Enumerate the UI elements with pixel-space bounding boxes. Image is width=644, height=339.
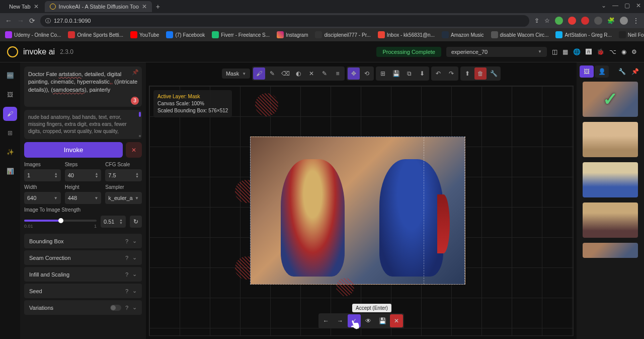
rail-nodes[interactable]: ⊞ xyxy=(3,126,17,140)
gallery-thumbnail[interactable] xyxy=(583,243,638,258)
close-window-icon[interactable]: ✕ xyxy=(636,2,641,9)
gallery-thumbnail-selected[interactable]: ✓ xyxy=(583,82,638,117)
address-bar[interactable]: ⓘ 127.0.0.1:9090 xyxy=(40,15,529,27)
brush-tool-button[interactable]: 🖌 xyxy=(253,67,265,80)
model-selector[interactable]: experience_70 ▼ xyxy=(446,47,547,57)
invoke-button[interactable]: Invoke xyxy=(24,142,123,158)
gallery-images-tab[interactable]: 🖼 xyxy=(580,65,594,78)
upload-button[interactable]: ⬆ xyxy=(461,67,473,80)
undo-button[interactable]: ↶ xyxy=(432,67,444,80)
extension-icon[interactable] xyxy=(594,17,602,25)
github-icon[interactable]: ⌥ xyxy=(609,48,616,55)
pin-icon[interactable]: 📌 xyxy=(132,69,139,76)
extensions-puzzle-icon[interactable]: 🧩 xyxy=(607,17,615,24)
browser-tab-active[interactable]: InvokeAI - A Stable Diffusion Too ✕ xyxy=(45,1,152,12)
options-button[interactable]: ≡ xyxy=(332,67,344,80)
bookmark-item[interactable]: Inbox - kk56831@n... xyxy=(378,31,435,38)
forward-button[interactable]: → xyxy=(17,17,24,25)
back-button[interactable]: ← xyxy=(5,17,12,25)
help-icon[interactable]: ? xyxy=(125,288,128,294)
save-button[interactable]: 💾 xyxy=(390,67,402,80)
bookmark-item[interactable]: Neil Fontaine | CGS... xyxy=(619,31,644,38)
extension-icon[interactable] xyxy=(581,17,589,25)
sampler-select[interactable]: k_euler_a▼ xyxy=(105,192,142,204)
gallery-pin-button[interactable]: 📌 xyxy=(629,65,641,78)
positive-prompt[interactable]: Doctor Fate artstation, detailed, digita… xyxy=(24,66,142,107)
accordion-bounding-box[interactable]: Bounding Box?⌄ xyxy=(24,234,142,248)
stage-toggle-visibility-button[interactable]: 👁 xyxy=(362,314,375,327)
canvas-viewport[interactable]: Active Layer: Mask Canvas Scale: 100% Sc… xyxy=(149,86,574,336)
reset-view-button[interactable]: ⟲ xyxy=(361,67,373,80)
bug-icon[interactable]: 🐞 xyxy=(597,48,604,55)
gallery-thumbnail[interactable] xyxy=(583,122,638,157)
height-select[interactable]: 448▼ xyxy=(65,192,102,204)
help-icon[interactable]: ? xyxy=(125,305,128,311)
globe-icon[interactable]: 🌐 xyxy=(573,48,581,55)
star-icon[interactable]: ☆ xyxy=(544,17,550,24)
strength-slider[interactable] xyxy=(24,220,97,222)
rail-postprocess[interactable]: ✨ xyxy=(3,145,17,159)
accordion-infill-scaling[interactable]: Infill and Scaling?⌄ xyxy=(24,267,142,282)
stepper-icon[interactable]: ▲▼ xyxy=(54,172,58,178)
accordion-variations[interactable]: Variations?⌄ xyxy=(24,300,142,315)
gallery-settings-button[interactable]: 🔧 xyxy=(616,65,628,78)
share-icon[interactable]: ⇪ xyxy=(534,17,539,24)
gallery-thumbnail[interactable] xyxy=(583,162,638,197)
bookmark-item[interactable]: discipleneil777 - Pr... xyxy=(315,31,370,38)
move-tool-button[interactable]: ✥ xyxy=(348,67,360,80)
language-icon[interactable]: 🅰 xyxy=(586,48,592,55)
copy-button[interactable]: ⧉ xyxy=(403,67,415,80)
profile-avatar[interactable] xyxy=(620,17,628,25)
rail-txt2img[interactable]: 🔤 xyxy=(3,69,17,83)
variations-toggle[interactable] xyxy=(110,305,121,311)
strength-value[interactable]: 0.51▲▼ xyxy=(101,216,126,228)
bookmark-item[interactable]: (7) Facebook xyxy=(166,31,205,38)
scrollbar-thumb[interactable] xyxy=(139,135,141,137)
canvas-image[interactable] xyxy=(250,137,465,285)
stage-next-button[interactable]: → xyxy=(334,314,347,327)
color-picker-button[interactable]: ✎ xyxy=(318,67,331,80)
help-icon[interactable]: ? xyxy=(125,255,128,261)
bookmark-item[interactable]: Online Sports Betti... xyxy=(68,31,123,38)
bookmark-item[interactable]: Fiverr - Freelance S... xyxy=(212,31,270,38)
rail-training[interactable]: 📊 xyxy=(3,164,17,178)
eraser-tool-button[interactable]: ⌫ xyxy=(279,67,291,80)
reset-strength-button[interactable]: ↻ xyxy=(130,216,142,228)
pencil-tool-button[interactable]: ✎ xyxy=(266,67,278,80)
gallery-thumbnail[interactable] xyxy=(583,202,638,238)
scrollbar-thumb[interactable] xyxy=(139,112,141,117)
bookmark-item[interactable]: Instagram xyxy=(277,31,308,38)
gallery-user-tab[interactable]: 👤 xyxy=(595,65,609,78)
clear-canvas-button[interactable]: 🗑 xyxy=(474,67,487,80)
merge-button[interactable]: ⊞ xyxy=(377,67,389,80)
rail-unified-canvas[interactable]: 🖌 xyxy=(3,107,17,121)
cube-icon[interactable]: ◫ xyxy=(552,48,557,55)
bookmark-item[interactable]: Amazon Music xyxy=(442,31,484,38)
bookmark-item[interactable]: Udemy - Online Co... xyxy=(5,31,61,38)
stage-save-button[interactable]: 💾 xyxy=(376,314,389,327)
discord-icon[interactable]: ◉ xyxy=(621,48,626,55)
browser-tab[interactable]: New Tab ✕ xyxy=(4,1,44,12)
redo-button[interactable]: ↷ xyxy=(445,67,457,80)
settings-icon[interactable]: ⚙ xyxy=(631,48,637,55)
help-icon[interactable]: ? xyxy=(125,272,128,278)
help-icon[interactable]: ? xyxy=(125,238,128,244)
canvas-settings-button[interactable]: 🔧 xyxy=(488,67,500,80)
stage-discard-button[interactable]: ✕ xyxy=(390,314,403,327)
bookmark-item[interactable]: ArtStation - Greg R... xyxy=(555,31,611,38)
reload-button[interactable]: ⟳ xyxy=(29,17,35,25)
stepper-icon[interactable]: ▲▼ xyxy=(95,172,98,178)
clear-tool-button[interactable]: ✕ xyxy=(305,67,317,80)
accordion-seed[interactable]: Seed?⌄ xyxy=(24,284,142,298)
bookmark-item[interactable]: YouTube xyxy=(130,31,159,38)
download-button[interactable]: ⬇ xyxy=(416,67,428,80)
rail-img2img[interactable]: 🖼 xyxy=(3,88,17,102)
bounding-box-overlay[interactable] xyxy=(424,137,465,284)
new-tab-button[interactable]: + xyxy=(156,3,160,11)
negative-prompt[interactable]: nude bad anatomy, bad hands, text, error… xyxy=(24,110,142,139)
fill-tool-button[interactable]: ◐ xyxy=(292,67,304,80)
close-tab-icon[interactable]: ✕ xyxy=(34,3,39,10)
layer-dropdown[interactable]: Mask▼ xyxy=(222,69,250,79)
cancel-button[interactable]: ✕ xyxy=(126,142,142,158)
extension-icon[interactable] xyxy=(555,17,563,25)
